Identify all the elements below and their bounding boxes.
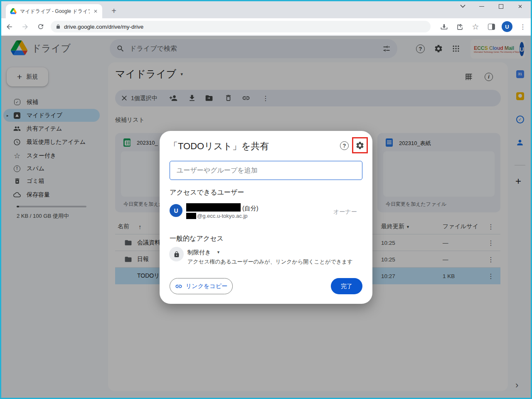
- browser-tab[interactable]: マイドライブ - Google ドライブ: [6, 4, 102, 18]
- access-level-dropdown[interactable]: 制限付き: [187, 249, 211, 256]
- done-button[interactable]: 完了: [331, 278, 362, 294]
- browser-avatar[interactable]: U: [500, 20, 514, 33]
- window-chevron-icon[interactable]: [453, 0, 472, 12]
- owner-email-domain: @g.ecc.u-tokyo.ac.jp: [197, 213, 248, 219]
- access-description: アクセス権のあるユーザーのみが、リンクから開くことができます: [187, 258, 353, 266]
- redacted-owner-name: [186, 203, 241, 212]
- add-people-input[interactable]: [170, 161, 362, 180]
- tab-close-icon[interactable]: [93, 9, 98, 14]
- share-help-icon[interactable]: ?: [340, 141, 349, 150]
- owner-self-label: (自分): [242, 204, 259, 212]
- new-tab-button[interactable]: +: [108, 5, 120, 17]
- bookmark-star-icon[interactable]: ☆: [469, 20, 482, 33]
- redacted-email-prefix: [186, 213, 196, 219]
- share-dialog: 「TODOリスト」を共有 ? アクセスできるユーザー U (自分) @g.ecc…: [160, 131, 372, 304]
- maximize-button[interactable]: [491, 0, 510, 12]
- side-panel-icon[interactable]: [485, 20, 498, 33]
- browser-navbar: drive.google.com/drive/my-drive ☆ U ⋮: [0, 18, 532, 35]
- dialog-title: 「TODOリスト」を共有: [169, 140, 269, 153]
- browser-menu-icon[interactable]: ⋮: [516, 20, 530, 33]
- drive-page: ドライブ ? ECCS Cloud Mail Information Techn…: [0, 36, 532, 399]
- forward-icon[interactable]: [18, 20, 32, 33]
- back-icon[interactable]: [2, 20, 16, 33]
- tab-title: マイドライブ - Google ドライブ: [20, 8, 90, 15]
- annotation-highlight-box: [352, 137, 368, 153]
- owner-role-label: オーナー: [333, 208, 357, 216]
- copy-link-button[interactable]: リンクをコピー: [170, 278, 233, 294]
- window-close-button[interactable]: [510, 0, 530, 12]
- general-access-heading: 一般的なアクセス: [170, 234, 224, 243]
- url-bar[interactable]: drive.google.com/drive/my-drive: [51, 21, 431, 32]
- restricted-lock-icon: [169, 247, 184, 261]
- access-caret-icon[interactable]: ▼: [217, 250, 220, 254]
- url-text: drive.google.com/drive/my-drive: [64, 24, 143, 30]
- minimize-button[interactable]: [472, 0, 491, 12]
- lock-icon: [56, 24, 61, 29]
- share-icon[interactable]: [453, 20, 466, 33]
- people-with-access-heading: アクセスできるユーザー: [170, 188, 244, 197]
- reload-icon[interactable]: [34, 20, 47, 33]
- install-icon[interactable]: [437, 20, 451, 33]
- browser-titlebar: マイドライブ - Google ドライブ +: [0, 0, 532, 18]
- drive-favicon: [10, 8, 17, 14]
- owner-avatar: U: [170, 204, 182, 217]
- screenshot-root: マイドライブ - Google ドライブ +: [0, 0, 532, 399]
